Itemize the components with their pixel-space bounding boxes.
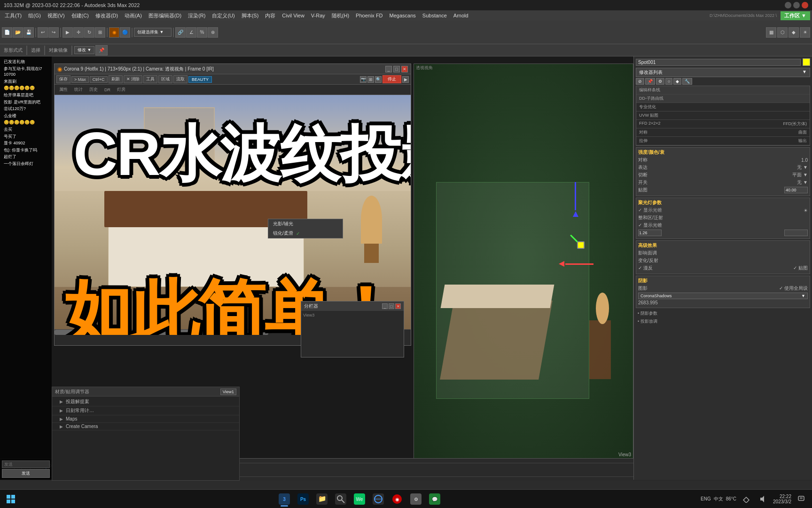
modifier-row-5[interactable]: 对称 曲面 <box>636 128 810 137</box>
ctx-item-sharpen[interactable]: 锐化/柔滑 ✓ <box>268 229 343 238</box>
corona-beauty-dropdown[interactable]: BEAUTY <box>188 76 212 83</box>
dlg-minimize-button[interactable]: _ <box>382 303 388 309</box>
network-icon[interactable] <box>739 492 753 506</box>
shadow-params-link[interactable]: • 阴影参数 <box>636 310 810 318</box>
language-icon[interactable]: ENG <box>701 496 711 501</box>
render-icon[interactable]: ◉ <box>109 27 119 38</box>
corona-compare-button[interactable]: ⊞ <box>367 76 374 83</box>
show-cone-checkbox[interactable]: ✓ 显示光锥 <box>638 207 662 214</box>
corona-play-button[interactable]: ▶ <box>402 76 409 83</box>
ctx-item-lighting[interactable]: 光影/辅光 <box>268 219 343 229</box>
material-icon[interactable]: 🔵 <box>120 27 130 38</box>
modifier-row-4[interactable]: FFD 2×2×2 FFD(长方体) <box>636 120 810 128</box>
modifier-tool-icon[interactable]: 🔧 <box>682 78 692 85</box>
corona-copy-button[interactable]: Ctrl+C <box>90 76 108 83</box>
taskbar-3dsmax[interactable]: 3 <box>276 491 293 508</box>
corona-minimize-button[interactable]: _ <box>385 66 392 72</box>
corona-maximize-button[interactable]: □ <box>393 66 400 72</box>
modify-input[interactable]: 修改 ▼ <box>74 46 94 54</box>
corona-region-button[interactable]: 区域 <box>158 75 172 83</box>
corona-capture-button[interactable]: 流取 <box>173 75 187 83</box>
taskbar-explorer[interactable]: 📁 <box>313 491 330 508</box>
minimize-button[interactable] <box>785 2 791 8</box>
dlg-close-button[interactable]: ✕ <box>395 303 401 309</box>
menu-customize[interactable]: 自定义(U) <box>209 11 237 20</box>
ime-icon[interactable]: 中文 <box>714 496 723 502</box>
modifier-circle-icon[interactable]: ○ <box>665 78 672 85</box>
menu-create[interactable]: 创建(C) <box>69 11 92 20</box>
redo-icon[interactable]: ↪ <box>48 27 59 38</box>
modifier-row-0[interactable]: 编辑样条线 <box>636 86 810 95</box>
menu-content[interactable]: 内容 <box>262 11 278 20</box>
chat-input[interactable] <box>2 460 50 468</box>
angle-snap-icon[interactable]: ∠ <box>186 27 196 38</box>
save-icon[interactable]: 💾 <box>23 27 34 38</box>
workspace-label[interactable]: 工作区 ▼ <box>781 11 810 20</box>
modifier-config-icon[interactable]: ⚙ <box>656 78 664 85</box>
taskbar-search[interactable] <box>332 491 349 508</box>
open-icon[interactable]: 📂 <box>13 27 23 38</box>
undo-icon[interactable]: ↩ <box>38 27 48 38</box>
modifier-row-1[interactable]: DD-子路由线 <box>636 95 810 103</box>
smooth-icon[interactable]: ◆ <box>789 27 799 38</box>
menu-render[interactable]: 渲染(R) <box>185 11 208 20</box>
modifier-list-dropdown[interactable]: 修改器列表 ▼ <box>636 68 810 77</box>
taskbar-app-red[interactable]: ◉ <box>389 491 406 508</box>
close-button[interactable] <box>802 2 808 8</box>
rotate-icon[interactable]: ↻ <box>84 27 94 38</box>
spot-value2-input[interactable] <box>784 230 808 236</box>
corona-tab-properties[interactable]: 属性 <box>56 86 70 94</box>
use-global-checkbox[interactable]: ✓ 使用全局设 <box>779 285 808 292</box>
taskbar-photoshop[interactable]: Ps <box>295 491 312 508</box>
modifier-row-2[interactable]: 专业优化 <box>636 103 810 111</box>
modifier-funnel-icon[interactable]: ⊘ <box>636 78 644 85</box>
mod-list-item-2[interactable]: ▶ Maps <box>52 415 239 423</box>
taskbar-clock[interactable]: 22:22 2023/3/2 <box>773 494 791 504</box>
menu-vray[interactable]: V-Ray <box>308 12 328 19</box>
modifier-row-3[interactable]: UVW 贴图 <box>636 111 810 120</box>
menu-graph-editor[interactable]: 图形编辑器(D) <box>146 11 184 20</box>
maximize-button[interactable] <box>793 2 800 8</box>
object-name-field[interactable]: Spot001 <box>636 59 801 66</box>
menu-arnold[interactable]: Arnold <box>451 12 471 19</box>
corona-clear-button[interactable]: ✕ 消除 <box>124 75 143 83</box>
corona-stop-button[interactable]: 停止 <box>383 75 401 83</box>
pin-icon[interactable]: 📌 <box>95 45 108 56</box>
corona-tools-button[interactable]: 工具 <box>143 75 157 83</box>
menu-phoenix[interactable]: Phoenix FD <box>353 12 385 19</box>
mod-list-item-1[interactable]: ▶ 日刻常用计… <box>52 406 239 415</box>
volume-icon[interactable] <box>756 492 770 506</box>
snap-icon[interactable]: 🔗 <box>175 27 186 38</box>
attenuation-params-link[interactable]: • 投影放调 <box>636 318 810 325</box>
spot-value-input[interactable] <box>638 230 662 236</box>
scale-icon[interactable]: ⊞ <box>95 27 105 38</box>
menu-substance[interactable]: Substance <box>420 12 450 19</box>
menu-script[interactable]: 脚本(S) <box>239 11 262 20</box>
dlg-maximize-button[interactable]: □ <box>389 303 394 309</box>
grid-icon[interactable]: ▦ <box>766 27 776 38</box>
shadow-type-dropdown[interactable]: CoronaShadows ▼ <box>638 293 808 299</box>
mod-list-item-0[interactable]: ▶ 投题解提案 <box>52 397 239 406</box>
select-filter-dropdown[interactable]: 创建选择集 ▼ <box>134 28 172 37</box>
corona-max-button[interactable]: > Max <box>71 76 89 83</box>
notification-icon[interactable] <box>794 492 808 506</box>
mod-list-item-3[interactable]: ▶ Create Camera <box>52 423 239 430</box>
menu-random[interactable]: 随机(H) <box>329 11 352 20</box>
object-color-swatch[interactable] <box>803 58 810 66</box>
windows-start-button[interactable] <box>4 492 18 506</box>
chat-send-button[interactable]: 发送 <box>2 469 50 478</box>
menu-group[interactable]: 组(G) <box>25 11 44 20</box>
corona-tab-stats[interactable]: 统计 <box>71 86 86 94</box>
menu-modifier[interactable]: 修改器(D) <box>93 11 121 20</box>
corona-tab-lights[interactable]: 灯房 <box>114 86 128 94</box>
wire-icon[interactable]: ⬡ <box>777 27 788 38</box>
menu-view[interactable]: 视图(V) <box>45 11 68 20</box>
corona-save-button[interactable]: 保存 <box>56 75 70 83</box>
menu-civil-view[interactable]: Civil View <box>279 12 307 19</box>
corona-zoom-button[interactable]: 🔍 <box>375 76 382 83</box>
corona-close-button[interactable]: ✕ <box>401 66 408 72</box>
menu-megascans[interactable]: Megascans <box>387 12 419 19</box>
taskbar-browser[interactable] <box>370 491 387 508</box>
corona-snapshot-button[interactable]: 📷 <box>360 76 367 83</box>
taskbar-chat[interactable]: 💬 <box>426 491 443 508</box>
